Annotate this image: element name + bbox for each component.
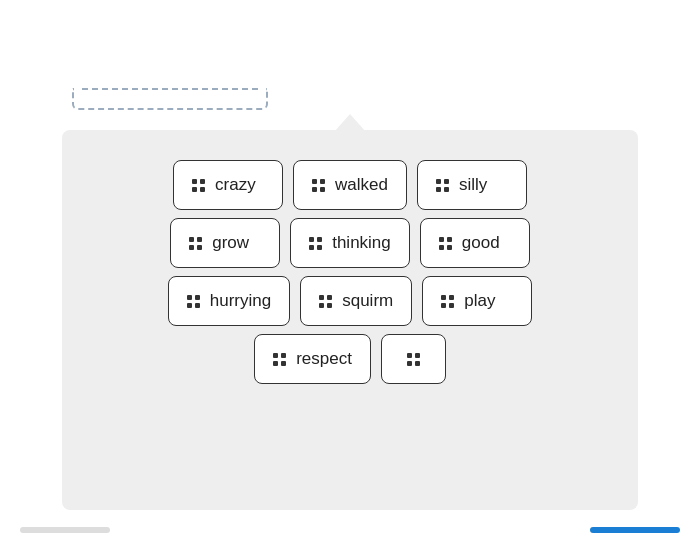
bracket-top-line — [82, 88, 258, 90]
drag-icon-squirm — [319, 295, 332, 308]
word-row-1: crazy walked silly — [173, 160, 527, 210]
word-label-crazy: crazy — [215, 175, 256, 195]
word-label-respect: respect — [296, 349, 352, 369]
word-row-2: grow thinking good — [170, 218, 530, 268]
word-row-3: hurrying squirm play — [168, 276, 532, 326]
drag-icon-respect — [273, 353, 286, 366]
word-label-hurrying: hurrying — [210, 291, 271, 311]
drag-icon-good — [439, 237, 452, 250]
bottom-bar — [0, 510, 700, 550]
word-chip-crazy[interactable]: crazy — [173, 160, 283, 210]
bottom-right-indicator — [590, 527, 680, 533]
word-chip-grow[interactable]: grow — [170, 218, 280, 268]
word-label-play: play — [464, 291, 495, 311]
word-chip-silly[interactable]: silly — [417, 160, 527, 210]
word-grid: crazy walked silly — [62, 130, 638, 404]
drag-icon-hurrying — [187, 295, 200, 308]
word-label-good: good — [462, 233, 500, 253]
panel-triangle — [334, 114, 366, 132]
word-label-thinking: thinking — [332, 233, 391, 253]
drag-icon-silly — [436, 179, 449, 192]
word-chip-hurrying[interactable]: hurrying — [168, 276, 290, 326]
word-chip-respect[interactable]: respect — [254, 334, 371, 384]
drag-icon-empty — [407, 353, 420, 366]
main-panel: crazy walked silly — [62, 130, 638, 510]
word-label-silly: silly — [459, 175, 487, 195]
word-chip-empty[interactable] — [381, 334, 446, 384]
word-chip-thinking[interactable]: thinking — [290, 218, 410, 268]
word-label-squirm: squirm — [342, 291, 393, 311]
bottom-left-indicator — [20, 527, 110, 533]
drag-icon-crazy — [192, 179, 205, 192]
drag-icon-play — [441, 295, 454, 308]
word-chip-walked[interactable]: walked — [293, 160, 407, 210]
dashed-bracket — [72, 88, 268, 110]
drag-icon-walked — [312, 179, 325, 192]
word-chip-squirm[interactable]: squirm — [300, 276, 412, 326]
word-chip-good[interactable]: good — [420, 218, 530, 268]
word-label-walked: walked — [335, 175, 388, 195]
word-chip-play[interactable]: play — [422, 276, 532, 326]
word-row-4: respect — [254, 334, 446, 384]
word-label-grow: grow — [212, 233, 249, 253]
drag-icon-thinking — [309, 237, 322, 250]
drag-icon-grow — [189, 237, 202, 250]
